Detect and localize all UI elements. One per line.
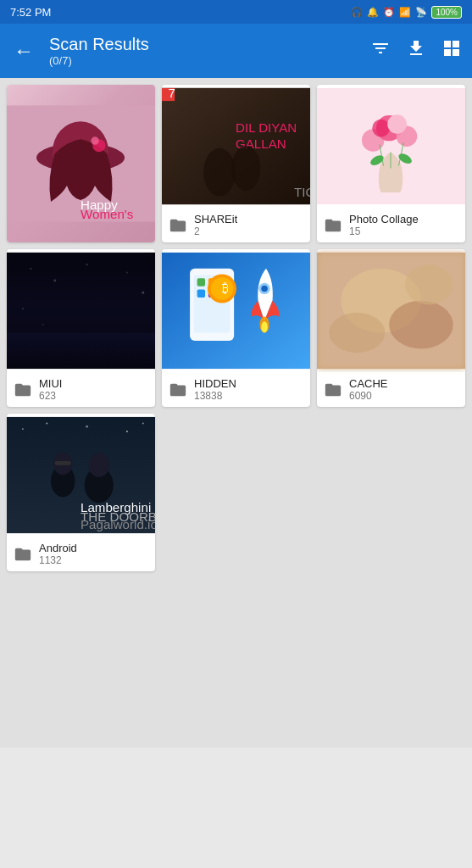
folder-icon-cache: [324, 381, 342, 399]
svg-rect-41: [197, 278, 205, 286]
thumb-photocollage: [317, 85, 465, 208]
photocollage-thumbnail-svg: [317, 85, 465, 208]
hidden-name: HIDDEN: [194, 377, 236, 390]
download-icon: [406, 38, 426, 58]
thumb-whatsapp: Happy Women's: [7, 85, 155, 242]
svg-point-68: [88, 453, 109, 476]
bottom-space: [0, 578, 472, 748]
miui-thumbnail-svg: [7, 249, 155, 372]
app-subtitle: (0/7): [49, 54, 358, 67]
grid-item-whatsapp[interactable]: Happy Women's WhatsApp 157: [7, 85, 155, 242]
folder-icon-miui: [14, 381, 32, 399]
app-bar-actions: [370, 38, 462, 64]
svg-point-15: [231, 146, 260, 191]
svg-text:Pagalworld.io: Pagalworld.io: [81, 517, 155, 531]
svg-text:DIL DIYAN: DIL DIYAN: [236, 120, 297, 135]
thumb-shareit: DIL DIYAN GALLAN TIGER 7: [162, 85, 310, 208]
svg-point-23: [387, 114, 407, 134]
grid-item-hidden[interactable]: ₿ HIDDEN 13838: [162, 249, 310, 407]
thumb-android: Lamberghini THE DOORBEEN Pagalworld.io: [7, 414, 155, 537]
svg-point-56: [329, 313, 385, 353]
status-icons: 🎧 🔔 ⏰ 📶 📡 100%: [351, 6, 462, 19]
status-time: 7:52 PM: [10, 6, 51, 19]
notification-icon: 🔔: [367, 7, 379, 18]
miui-name: MIUI: [39, 377, 62, 390]
grid-item-shareit[interactable]: DIL DIYAN GALLAN TIGER 7 SHAREit 2: [162, 85, 310, 242]
android-count: 1132: [39, 554, 77, 566]
svg-point-14: [203, 148, 236, 197]
svg-point-60: [46, 423, 47, 425]
miui-text: MIUI 623: [39, 377, 62, 402]
folder-icon-hidden: [169, 381, 187, 399]
photocollage-count: 15: [349, 225, 419, 237]
cache-name: CACHE: [349, 377, 388, 390]
wifi-icon: 📡: [415, 7, 427, 18]
folder-icon-shareit: [169, 216, 187, 235]
headphone-icon: 🎧: [351, 7, 363, 18]
status-bar: 7:52 PM 🎧 🔔 ⏰ 📶 📡 100%: [0, 0, 472, 24]
filter-button[interactable]: [370, 38, 391, 64]
battery-display: 100%: [431, 6, 462, 19]
miui-count: 623: [39, 390, 62, 402]
svg-point-22: [372, 120, 390, 137]
back-button[interactable]: ←: [10, 36, 37, 66]
cache-info: CACHE 6090: [317, 372, 465, 407]
svg-text:₿: ₿: [222, 281, 229, 295]
grid-item-android[interactable]: Lamberghini THE DOORBEEN Pagalworld.io A…: [7, 414, 155, 571]
scan-results-grid: Happy Women's WhatsApp 157: [0, 78, 472, 578]
alarm-icon: ⏰: [383, 7, 395, 18]
grid-item-cache[interactable]: CACHE 6090: [317, 249, 465, 407]
shareit-thumbnail-svg: DIL DIYAN GALLAN TIGER 7: [162, 85, 310, 208]
grid-item-miui[interactable]: MIUI 623: [7, 249, 155, 407]
shareit-name: SHAREit: [194, 213, 237, 225]
svg-point-57: [405, 264, 453, 304]
cache-count: 6090: [349, 390, 388, 402]
hidden-thumbnail-svg: ₿: [162, 249, 310, 372]
svg-rect-37: [7, 253, 155, 333]
svg-text:7: 7: [169, 86, 175, 100]
svg-point-62: [126, 431, 128, 432]
filter-icon: [370, 38, 391, 58]
folder-icon-android: [14, 545, 32, 564]
photocollage-info: Photo Collage 15: [317, 208, 465, 242]
svg-text:TIGER: TIGER: [294, 185, 310, 199]
svg-text:Women's: Women's: [81, 207, 134, 221]
layout-button[interactable]: [441, 38, 462, 64]
android-name: Android: [39, 542, 77, 554]
photocollage-name: Photo Collage: [349, 213, 419, 225]
title-area: Scan Results (0/7): [49, 35, 358, 67]
time-display: 7:52 PM: [10, 6, 51, 19]
signal-icon: 📶: [399, 7, 411, 18]
android-thumbnail-svg: Lamberghini THE DOORBEEN Pagalworld.io: [7, 414, 155, 537]
android-info: Android 1132: [7, 537, 155, 571]
svg-rect-38: [162, 253, 310, 369]
hidden-count: 13838: [194, 390, 236, 402]
thumb-miui: [7, 249, 155, 372]
app-title: Scan Results: [49, 35, 358, 54]
photocollage-text: Photo Collage 15: [349, 213, 419, 237]
cache-text: CACHE 6090: [349, 377, 388, 402]
svg-rect-43: [197, 289, 205, 297]
grid-item-photocollage[interactable]: Photo Collage 15: [317, 85, 465, 242]
shareit-count: 2: [194, 225, 237, 237]
svg-point-59: [22, 428, 24, 430]
svg-point-7: [91, 136, 98, 144]
app-bar: ← Scan Results (0/7): [0, 24, 472, 78]
folder-icon-photocollage: [324, 216, 342, 235]
svg-point-49: [261, 321, 268, 332]
thumb-cache: [317, 249, 465, 372]
svg-point-63: [142, 423, 144, 425]
hidden-info: HIDDEN 13838: [162, 372, 310, 407]
hidden-text: HIDDEN 13838: [194, 377, 236, 402]
thumb-hidden: ₿: [162, 249, 310, 372]
shareit-text: SHAREit 2: [194, 213, 237, 237]
svg-rect-66: [55, 461, 71, 465]
download-button[interactable]: [406, 38, 426, 64]
layout-icon: [441, 38, 462, 58]
cache-thumbnail-svg: [317, 249, 465, 372]
android-text: Android 1132: [39, 542, 77, 566]
svg-point-51: [261, 286, 268, 292]
shareit-info: SHAREit 2: [162, 208, 310, 242]
whatsapp-thumbnail-svg: Happy Women's: [7, 85, 155, 242]
svg-point-61: [86, 426, 88, 428]
